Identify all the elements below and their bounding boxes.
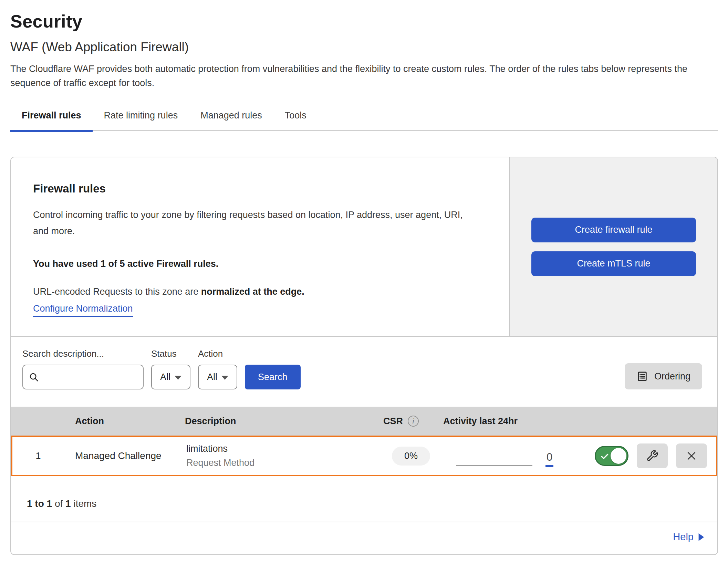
help-row: Help — [11, 522, 717, 554]
search-input[interactable] — [43, 372, 137, 383]
hero-actions-panel: Create firewall rule Create mTLS rule — [509, 157, 717, 336]
create-mtls-rule-button[interactable]: Create mTLS rule — [531, 251, 696, 276]
hero-title: Firewall rules — [33, 182, 489, 195]
rule-description: limitations — [186, 443, 377, 454]
status-filter-group: Status All — [151, 348, 190, 389]
tab-managed-rules[interactable]: Managed rules — [189, 105, 273, 132]
tab-tools[interactable]: Tools — [273, 105, 318, 132]
action-label: Action — [198, 348, 237, 359]
normalization-note-text: URL-encoded Requests to this zone are — [33, 286, 201, 297]
items-of: of — [52, 498, 65, 509]
rules-table-header: Action Description CSR i Activity last 2… — [11, 407, 717, 436]
csr-badge: 0% — [392, 447, 430, 466]
activity-count-link[interactable]: 0 — [545, 452, 553, 467]
header-csr: CSR i — [376, 416, 443, 427]
page-description: The Cloudflare WAF provides both automat… — [10, 62, 718, 90]
rule-enabled-toggle[interactable] — [595, 446, 628, 466]
page-subtitle: WAF (Web Application Firewall) — [10, 40, 718, 54]
header-description: Description — [181, 416, 376, 427]
rule-action: Managed Challenge — [64, 450, 183, 461]
help-link[interactable]: Help — [673, 531, 704, 543]
action-select-value: All — [207, 372, 217, 383]
items-summary: 1 to 1 of 1 items — [11, 476, 717, 522]
normalization-note: URL-encoded Requests to this zone are no… — [33, 286, 489, 297]
edit-rule-button[interactable] — [637, 443, 668, 468]
chevron-down-icon — [175, 376, 181, 380]
header-activity: Activity last 24hr — [443, 416, 588, 427]
close-icon — [686, 450, 697, 462]
search-label: Search description... — [22, 348, 144, 359]
waf-page: Security WAF (Web Application Firewall) … — [0, 0, 728, 555]
header-csr-label: CSR — [383, 416, 403, 427]
tab-firewall-rules[interactable]: Firewall rules — [10, 105, 93, 132]
ordering-button[interactable]: Ordering — [625, 363, 702, 389]
ordering-button-label: Ordering — [654, 371, 690, 382]
ordering-list-icon — [636, 370, 648, 382]
page-title: Security — [10, 11, 718, 32]
hero-description: Control incoming traffic to your zone by… — [33, 207, 481, 239]
rule-order: 1 — [12, 451, 64, 461]
chevron-down-icon — [221, 376, 228, 380]
search-icon — [29, 372, 39, 382]
delete-rule-button[interactable] — [676, 443, 707, 468]
usage-summary: You have used 1 of 5 active Firewall rul… — [33, 259, 489, 269]
rule-description-cell: limitations Request Method — [183, 443, 377, 468]
search-input-wrapper — [22, 365, 144, 389]
items-total: 1 — [65, 498, 71, 509]
check-icon — [600, 452, 609, 461]
chevron-right-icon — [698, 533, 704, 541]
status-label: Status — [151, 348, 190, 359]
rule-csr-cell: 0% — [377, 447, 445, 466]
info-icon[interactable]: i — [408, 416, 419, 427]
status-select-value: All — [160, 372, 170, 383]
toggle-knob — [611, 448, 626, 464]
rule-activity-cell: 0 — [445, 452, 589, 467]
normalization-note-bold: normalized at the edge. — [201, 286, 304, 297]
configure-normalization-link[interactable]: Configure Normalization — [33, 303, 133, 317]
firewall-rules-card: Firewall rules Control incoming traffic … — [10, 157, 718, 555]
rule-controls — [589, 443, 716, 468]
help-link-label: Help — [673, 531, 694, 543]
activity-sparkline — [456, 465, 532, 466]
table-row-rule-1: 1 Managed Challenge limitations Request … — [11, 436, 717, 476]
action-filter-group: Action All — [198, 348, 237, 389]
status-select[interactable]: All — [151, 365, 190, 389]
firewall-rules-hero: Firewall rules Control incoming traffic … — [11, 157, 717, 337]
wrench-icon — [646, 450, 658, 462]
filters-bar: Search description... Status All Action — [11, 337, 717, 407]
items-range: 1 to 1 — [27, 498, 52, 509]
rule-description-sub: Request Method — [186, 458, 377, 468]
search-button[interactable]: Search — [245, 365, 301, 389]
action-select[interactable]: All — [198, 365, 237, 389]
create-firewall-rule-button[interactable]: Create firewall rule — [531, 218, 696, 242]
waf-tabs: Firewall rules Rate limiting rules Manag… — [10, 105, 718, 131]
items-word: items — [71, 498, 97, 509]
header-action: Action — [63, 416, 181, 427]
search-filter-group: Search description... — [22, 348, 144, 389]
tab-rate-limiting-rules[interactable]: Rate limiting rules — [93, 105, 189, 132]
hero-text-panel: Firewall rules Control incoming traffic … — [11, 157, 509, 336]
